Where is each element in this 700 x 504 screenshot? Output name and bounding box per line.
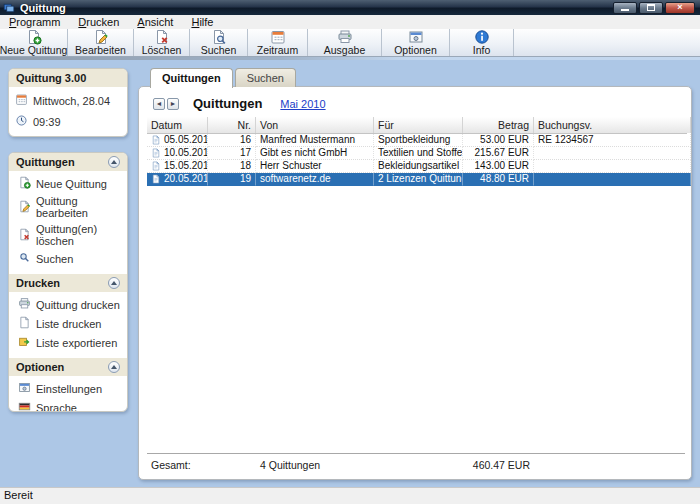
doc-row-icon [151, 161, 161, 171]
collapse-button[interactable] [108, 156, 120, 168]
toolbar-button-l-schen[interactable]: Löschen [134, 29, 190, 56]
footer-label: Gesamt: [147, 459, 208, 471]
sidebar-item-quittung-drucken[interactable]: Quittung drucken [9, 295, 127, 314]
page-plus-icon [26, 29, 42, 45]
toolbar-button-suchen[interactable]: Suchen [190, 29, 248, 56]
collapse-button[interactable] [108, 361, 120, 373]
chevron-right-icon: ► [170, 100, 177, 107]
menu-bar: ProgrammDruckenAnsichtHilfe [0, 15, 700, 29]
page-icon [18, 316, 31, 331]
period-link[interactable]: Mai 2010 [280, 98, 325, 110]
window-controls: × [613, 2, 695, 14]
toolbar-button-zeitraum[interactable]: Zeitraum [248, 29, 308, 56]
page-edit-icon [18, 200, 31, 215]
sidebar-item-suchen[interactable]: Suchen [9, 249, 127, 268]
status-text: Bereit [4, 489, 33, 501]
titlebar: Quittung × [0, 0, 700, 15]
sidebar-item-quittung-en-löschen[interactable]: Quittung(en) löschen [9, 221, 127, 249]
column-header-nr[interactable]: Nr. [208, 117, 256, 133]
client-area: Quittung 3.00 Mittwoch, 28.04 09:39 Quit… [0, 60, 700, 487]
date-display: Mittwoch, 28.04 [9, 87, 127, 111]
column-header-buchungsv[interactable]: Buchungsv. [534, 117, 691, 133]
tab-suchen[interactable]: Suchen [235, 68, 296, 87]
sidebar-item-sprache[interactable]: Sprache [9, 398, 127, 412]
app-version-label: Quittung 3.00 [16, 72, 86, 84]
calendar-icon [270, 29, 286, 45]
sidebar-item-einstellungen[interactable]: Einstellungen [9, 379, 127, 398]
tab-quittungen[interactable]: Quittungen [150, 68, 233, 88]
window-title: Quittung [20, 2, 613, 14]
search-icon [18, 251, 31, 266]
page-delete-icon [18, 228, 31, 243]
info-box: Quittung 3.00 Mittwoch, 28.04 09:39 [8, 68, 128, 137]
sidebar-nav-box: QuittungenNeue QuittungQuittung bearbeit… [8, 152, 128, 412]
period-nav-row: ◄ ► Quittungen Mai 2010 [139, 87, 691, 117]
doc-row-icon [151, 148, 161, 158]
menu-item-hilfe[interactable]: Hilfe [182, 15, 222, 29]
sidebar-item-liste-exportieren[interactable]: Liste exportieren [9, 333, 127, 352]
printer-icon [18, 297, 31, 312]
prev-period-button[interactable]: ◄ [153, 98, 165, 110]
page-plus-icon [18, 176, 31, 191]
printer-icon [337, 29, 353, 45]
maximize-button[interactable] [639, 2, 663, 14]
app-window: Quittung × ProgrammDruckenAnsichtHilfe N… [0, 0, 700, 504]
info-icon [474, 29, 490, 45]
info-box-title: Quittung 3.00 [9, 69, 127, 87]
export-icon [18, 335, 31, 350]
footer-spacer [534, 459, 691, 471]
page-delete-icon [154, 29, 170, 45]
sidebar-item-quittung-bearbeiten[interactable]: Quittung bearbeiten [9, 193, 127, 221]
footer-spacer [208, 459, 256, 471]
close-icon: × [677, 3, 682, 12]
column-header-für[interactable]: Für [374, 117, 463, 133]
doc-row-icon [151, 135, 161, 145]
column-header-datum[interactable]: Datum [147, 117, 208, 133]
chevron-up-icon [111, 160, 117, 164]
sidebar-item-neue-quittung[interactable]: Neue Quittung [9, 174, 127, 193]
toolbar-button-bearbeiten[interactable]: Bearbeiten [68, 29, 134, 56]
menu-item-programm[interactable]: Programm [0, 15, 69, 29]
maximize-icon [647, 4, 655, 11]
page-search-icon [211, 29, 227, 45]
menu-item-ansicht[interactable]: Ansicht [128, 15, 182, 29]
chevron-up-icon [111, 281, 117, 285]
table-footer: Gesamt:4 Quittungen460.47 EUR [147, 453, 685, 479]
table-body: 05.05.201016Manfred MustermannSportbekle… [147, 134, 687, 186]
sidebar-item-liste-drucken[interactable]: Liste drucken [9, 314, 127, 333]
page-edit-icon [93, 29, 109, 45]
footer-count: 4 Quittungen [256, 459, 374, 471]
menu-item-drucken[interactable]: Drucken [69, 15, 128, 29]
table-empty-space [139, 186, 691, 453]
clock-icon [15, 114, 28, 129]
chevron-up-icon [111, 365, 117, 369]
section-header-optionen[interactable]: Optionen [9, 358, 127, 376]
toolbar-button-ausgabe[interactable]: Ausgabe [308, 29, 382, 56]
tab-bar: QuittungenSuchen [150, 67, 298, 87]
time-display: 09:39 [9, 111, 127, 136]
panel-title: Quittungen [193, 96, 262, 111]
options-window-icon [18, 381, 31, 396]
section-header-quittungen[interactable]: Quittungen [9, 153, 127, 171]
date-text: Mittwoch, 28.04 [33, 95, 110, 107]
footer-total: 460.47 EUR [463, 459, 534, 471]
time-text: 09:39 [33, 116, 61, 128]
toolbar-button-info[interactable]: Info [450, 29, 514, 56]
section-header-drucken[interactable]: Drucken [9, 274, 127, 292]
status-bar: Bereit [0, 487, 700, 504]
app-icon [3, 1, 16, 14]
collapse-button[interactable] [108, 277, 120, 289]
column-header-betrag[interactable]: Betrag [463, 117, 534, 133]
next-period-button[interactable]: ► [167, 98, 179, 110]
chevron-left-icon: ◄ [156, 100, 163, 107]
receipts-panel: ◄ ► Quittungen Mai 2010 DatumNr.VonFürBe… [138, 86, 692, 480]
minimize-button[interactable] [613, 2, 637, 14]
flag-de-icon [18, 400, 31, 412]
doc-row-icon [151, 174, 161, 184]
toolbar-button-neue-quittung[interactable]: Neue Quittung [0, 29, 68, 56]
table-header: DatumNr.VonFürBetragBuchungsv. [147, 117, 687, 134]
minimize-icon [621, 9, 629, 11]
close-button[interactable]: × [665, 2, 695, 14]
toolbar-button-optionen[interactable]: Optionen [382, 29, 450, 56]
column-header-von[interactable]: Von [256, 117, 374, 133]
